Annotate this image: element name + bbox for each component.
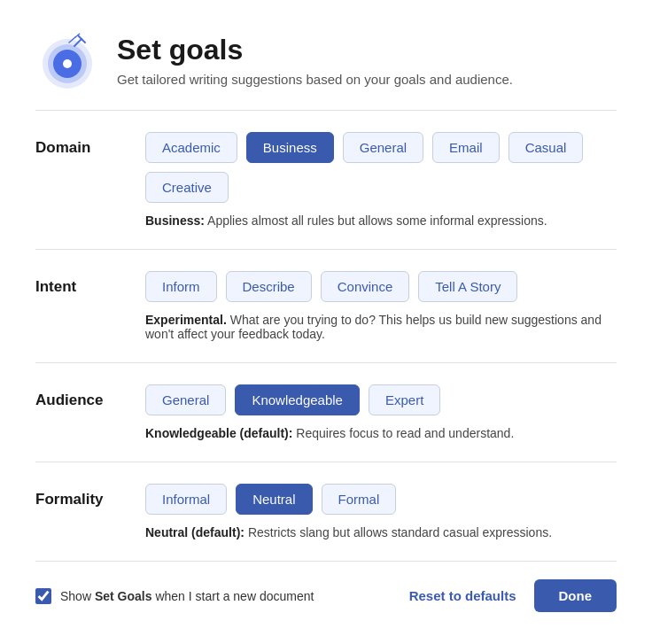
formality-neutral[interactable]: Neutral xyxy=(236,484,312,515)
domain-creative[interactable]: Creative xyxy=(145,172,229,203)
intent-convince[interactable]: Convince xyxy=(321,271,410,302)
intent-describe[interactable]: Describe xyxy=(226,271,312,302)
domain-section: Domain Academic Business General Email C… xyxy=(35,111,617,250)
done-button[interactable]: Done xyxy=(534,579,617,612)
domain-desc-text: Applies almost all rules but allows some… xyxy=(205,213,547,228)
audience-label: Audience xyxy=(35,384,124,409)
audience-section: Audience General Knowledgeable Expert Kn… xyxy=(35,363,617,462)
intent-label: Intent xyxy=(35,271,124,296)
reset-to-defaults-button[interactable]: Reset to defaults xyxy=(406,581,520,610)
intent-description: Experimental. What are you trying to do?… xyxy=(145,313,617,341)
intent-tell-a-story[interactable]: Tell A Story xyxy=(418,271,517,302)
domain-academic[interactable]: Academic xyxy=(145,132,237,163)
intent-pills: Inform Describe Convince Tell A Story xyxy=(145,271,517,302)
domain-business[interactable]: Business xyxy=(246,132,334,163)
formality-pills: Informal Neutral Formal xyxy=(145,484,396,515)
domain-description: Business: Applies almost all rules but a… xyxy=(145,213,617,228)
footer-set-goals-bold: Set Goals xyxy=(95,589,152,603)
domain-pills: Academic Business General Email Casual C… xyxy=(145,132,617,203)
footer-right: Reset to defaults Done xyxy=(406,579,617,612)
domain-label: Domain xyxy=(35,132,124,157)
audience-desc-bold: Knowledgeable (default): xyxy=(145,426,292,440)
audience-description: Knowledgeable (default): Requires focus … xyxy=(145,426,617,440)
formality-desc-text: Restricts slang but allows standard casu… xyxy=(244,525,552,539)
page-subtitle: Get tailored writing suggestions based o… xyxy=(117,72,513,87)
domain-casual[interactable]: Casual xyxy=(508,132,584,163)
svg-line-6 xyxy=(78,35,82,39)
footer-left: Show Set Goals when I start a new docume… xyxy=(35,588,314,604)
audience-expert[interactable]: Expert xyxy=(369,384,440,415)
formality-informal[interactable]: Informal xyxy=(145,484,227,515)
formality-description: Neutral (default): Restricts slang but a… xyxy=(145,525,617,539)
show-goals-checkbox[interactable] xyxy=(35,588,51,604)
logo-icon xyxy=(35,28,99,92)
formality-desc-bold: Neutral (default): xyxy=(145,525,244,539)
audience-desc-text: Requires focus to read and understand. xyxy=(292,426,514,440)
domain-email[interactable]: Email xyxy=(432,132,500,163)
header-text: Set goals Get tailored writing suggestio… xyxy=(117,34,513,87)
domain-general[interactable]: General xyxy=(343,132,423,163)
intent-section: Intent Inform Describe Convince Tell A S… xyxy=(35,250,617,363)
svg-point-3 xyxy=(63,59,72,68)
formality-section: Formality Informal Neutral Formal Neutra… xyxy=(35,462,617,562)
audience-pills: General Knowledgeable Expert xyxy=(145,384,440,415)
audience-knowledgeable[interactable]: Knowledgeable xyxy=(235,384,360,415)
formality-formal[interactable]: Formal xyxy=(322,484,397,515)
domain-desc-bold: Business: xyxy=(145,213,205,228)
audience-general[interactable]: General xyxy=(145,384,226,415)
page-title: Set goals xyxy=(117,34,513,66)
intent-inform[interactable]: Inform xyxy=(145,271,217,302)
formality-label: Formality xyxy=(35,484,124,508)
footer: Show Set Goals when I start a new docume… xyxy=(35,562,617,619)
footer-checkbox-label: Show Set Goals when I start a new docume… xyxy=(60,589,314,603)
intent-desc-bold: Experimental. xyxy=(145,313,227,327)
page-header: Set goals Get tailored writing suggestio… xyxy=(35,28,617,92)
